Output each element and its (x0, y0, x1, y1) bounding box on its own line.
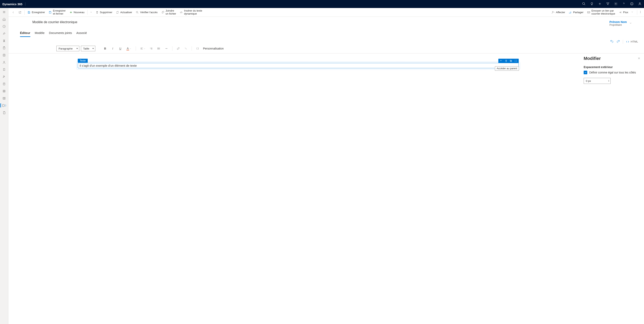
text-element-content[interactable]: Il s'agit d'un exemple d'un élément de t… (78, 63, 518, 68)
save-close-label: Enregistrer et fermer (53, 9, 66, 15)
svg-point-18 (4, 61, 5, 62)
spacing-spinner[interactable]: 0 px (584, 78, 611, 84)
selection-duplicate-icon[interactable] (509, 59, 513, 63)
spinner-down-icon[interactable] (608, 81, 610, 82)
overflow-menu[interactable] (639, 10, 642, 14)
pin-icon[interactable] (0, 31, 8, 36)
smile-icon[interactable] (630, 2, 634, 6)
align-button[interactable] (139, 46, 147, 51)
svg-point-49 (166, 48, 167, 49)
text-element-selection[interactable]: Texte Il s'agit d'un exemple d'un élémen… (78, 63, 519, 68)
plus-icon[interactable] (598, 2, 602, 6)
bold-button[interactable]: B (102, 46, 108, 51)
link-button[interactable] (175, 46, 181, 51)
svg-point-48 (166, 48, 166, 49)
selection-expand-icon[interactable] (514, 59, 518, 63)
equal-sides-label: Définir comme égal sur tous les côtés (589, 71, 636, 74)
unlink-button[interactable] (183, 46, 189, 51)
export-icon[interactable] (0, 81, 8, 86)
spacing-value: 0 px (586, 79, 591, 82)
top-header: Dynamics 365 (0, 0, 644, 8)
gear-icon[interactable] (614, 2, 618, 6)
open-new-button[interactable] (17, 10, 23, 15)
more-formatting-button[interactable] (164, 46, 170, 51)
braces-icon[interactable] (194, 46, 200, 51)
new-chevron[interactable] (89, 10, 93, 15)
grid-icon[interactable] (0, 89, 8, 93)
tab-attachments[interactable]: Documents joints (49, 30, 72, 37)
new-label: Nouveau (74, 11, 84, 14)
html-button[interactable]: HTML (626, 40, 638, 43)
selection-undo-icon[interactable] (499, 59, 504, 63)
new-button[interactable]: Nouveau (68, 10, 86, 15)
assign-button[interactable]: Affecter (550, 10, 566, 15)
search-icon[interactable] (582, 2, 586, 6)
flow-button[interactable]: Flux (618, 9, 636, 15)
svg-rect-23 (2, 104, 4, 106)
equal-sides-checkbox[interactable] (584, 71, 587, 74)
insert-dynamic-button[interactable]: Insérer du texte dynamique (178, 8, 203, 16)
tab-model[interactable]: Modèle (35, 30, 44, 37)
svg-text:2: 2 (150, 48, 151, 49)
svg-point-33 (640, 12, 640, 13)
html-label: HTML (630, 40, 638, 43)
attach-file-label: Joindre un fichier (166, 9, 176, 15)
user-icon[interactable] (638, 2, 642, 6)
app-name: Dynamics 365 (2, 2, 26, 6)
refresh-button[interactable]: Actualiser (115, 10, 133, 15)
svg-rect-24 (5, 105, 6, 106)
check-access-button[interactable]: Vérifier l'accès (134, 10, 159, 15)
clock-icon[interactable] (0, 24, 8, 29)
tab-editor[interactable]: Éditeur (20, 30, 30, 37)
filter-icon[interactable] (606, 2, 610, 6)
undo-icon[interactable] (610, 39, 614, 44)
tab-related[interactable]: Associé (76, 30, 87, 37)
lightbulb-icon[interactable] (590, 2, 594, 6)
editor-canvas: Texte Il s'agit d'un exemple d'un élémen… (8, 53, 580, 324)
bookmark-icon[interactable] (0, 67, 8, 72)
owner-label: Propriétaire (610, 23, 627, 26)
delete-button[interactable]: Supprimer (94, 10, 114, 15)
page-icon[interactable] (0, 110, 8, 115)
svg-point-5 (630, 2, 633, 5)
hamburger-icon[interactable] (0, 9, 8, 14)
svg-line-1 (584, 4, 585, 5)
numbered-list-button[interactable]: 12 (148, 46, 154, 51)
back-button[interactable] (10, 10, 16, 15)
page-title: Modèle de courrier électronique (32, 20, 77, 24)
italic-button[interactable]: I (110, 46, 116, 51)
save-close-button[interactable]: Enregistrer et fermer (47, 8, 67, 16)
home-icon[interactable] (0, 17, 8, 21)
bullet-list-button[interactable] (156, 46, 162, 51)
svg-rect-30 (588, 11, 590, 13)
delete-label: Supprimer (100, 11, 112, 14)
underline-button[interactable]: U (117, 46, 123, 51)
svg-point-50 (167, 48, 167, 49)
paragraph-select[interactable]: Paragraphe (56, 46, 79, 51)
wrench-icon[interactable] (0, 74, 8, 79)
redo-icon[interactable] (616, 39, 620, 44)
template-icon[interactable] (0, 103, 8, 108)
selection-delete-icon[interactable] (504, 59, 508, 63)
book-icon[interactable] (0, 96, 8, 101)
editor-toolbar: Paragraphe Taille B I U A 12 Personnalis… (8, 44, 644, 53)
list-icon[interactable] (0, 53, 8, 57)
save-button[interactable]: Enregistrer (26, 10, 46, 15)
clipboard-icon[interactable] (0, 45, 8, 50)
close-panel-icon[interactable] (638, 57, 640, 60)
email-link-button[interactable]: Envoyer un lien par courrier électroniqu… (586, 8, 616, 16)
owner-chevron[interactable] (629, 22, 632, 25)
help-icon[interactable] (622, 2, 626, 6)
share-label: Partager (573, 11, 584, 14)
svg-rect-15 (3, 54, 5, 56)
size-select[interactable]: Taille (81, 46, 95, 51)
command-bar: Enregistrer Enregistrer et fermer Nouvea… (8, 8, 644, 17)
aggregate-icon[interactable] (0, 38, 8, 43)
owner-name[interactable]: Prénom Nom (610, 20, 627, 23)
people-icon[interactable] (0, 60, 8, 65)
personalisation-button[interactable]: Personnalisation (203, 47, 224, 50)
attach-file-button[interactable]: Joindre un fichier (160, 8, 178, 16)
share-button[interactable]: Partager (568, 10, 585, 15)
sidebar (0, 8, 8, 324)
font-color-button[interactable]: A (125, 46, 133, 51)
